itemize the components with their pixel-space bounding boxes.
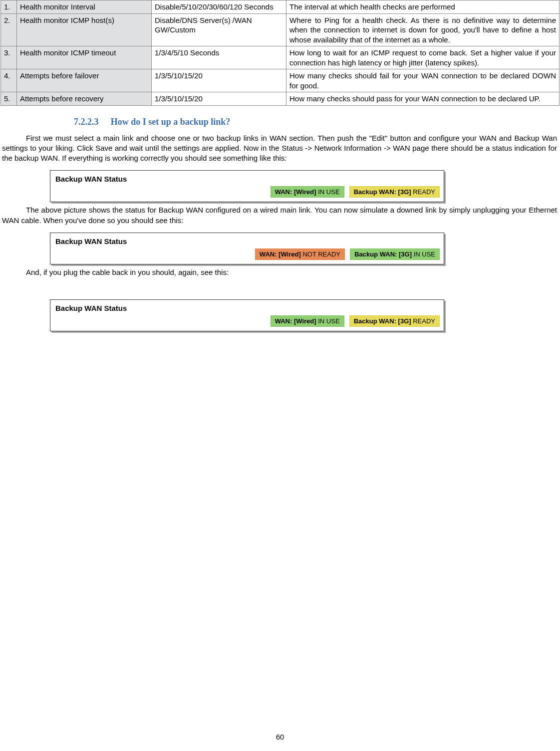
row-name: Health monitor ICMP host(s) [17,13,152,46]
backup-wan-status-panel: Backup WAN Status WAN: [Wired] IN USE Ba… [50,299,444,331]
section-number: 7.2.2.3 [74,117,99,127]
row-num: 4. [1,69,17,92]
row-name: Attempts before recovery [17,92,152,106]
section-title-text: How do I set up a backup link? [111,117,231,127]
row-desc: The interval at which health checks are … [286,0,560,14]
row-opts: 1/3/5/10/15/20 [152,92,286,106]
backup-wan-label: Backup WAN: [3G] [354,250,412,258]
wan-status-badge: WAN: [Wired] NOT READY [255,249,345,260]
row-opts: Disable/5/10/20/30/60/120 Seconds [152,0,286,14]
table-row: 5. Attempts before recovery 1/3/5/10/15/… [1,92,560,106]
wan-status-badge: WAN: [Wired] IN USE [271,186,344,198]
wan-label: WAN: [Wired] [275,317,316,325]
backup-wan-status-panel: Backup WAN Status WAN: [Wired] IN USE Ba… [50,170,444,202]
row-desc: How many checks should pass for your WAN… [286,92,560,106]
wan-state: IN USE [318,188,339,196]
paragraph-intro: First we must select a main link and cho… [0,133,560,164]
row-num: 2. [1,13,17,46]
section-heading: 7.2.2.3 How do I set up a backup link? [0,106,560,133]
row-num: 5. [1,92,17,106]
row-name: Health monitor Interval [17,0,152,14]
status-panel-title: Backup WAN Status [50,300,444,315]
wan-status-badge: WAN: [Wired] IN USE [271,315,344,327]
backup-wan-status-badge: Backup WAN: [3G] IN USE [350,249,440,260]
row-num: 1. [1,0,17,14]
row-name: Attempts before failover [17,69,152,92]
table-row: 2. Health monitor ICMP host(s) Disable/D… [1,13,560,46]
backup-wan-label: Backup WAN: [3G] [354,317,411,325]
backup-wan-state: IN USE [414,250,435,258]
row-opts: Disable/DNS Server(s) /WAN GW/Custom [152,13,286,46]
settings-table: 1. Health monitor Interval Disable/5/10/… [0,0,560,106]
row-desc: How many checks should fail for your WAN… [286,69,560,92]
page-number: 60 [0,733,560,741]
backup-wan-status-badge: Backup WAN: [3G] READY [349,315,440,327]
backup-wan-state: READY [413,188,435,196]
wan-label: WAN: [Wired] [275,188,316,196]
table-row: 4. Attempts before failover 1/3/5/10/15/… [1,69,560,92]
table-row: 1. Health monitor Interval Disable/5/10/… [1,0,560,14]
row-num: 3. [1,46,17,69]
row-desc: Where to Ping for a health check. As the… [286,13,560,46]
row-opts: 1/3/5/10/15/20 [152,69,286,92]
backup-wan-status-badge: Backup WAN: [3G] READY [349,186,440,198]
status-panel-title: Backup WAN Status [50,171,444,186]
wan-state: IN USE [318,317,339,325]
paragraph-after-status2: And, if you plug the cable back in you s… [0,267,560,277]
table-row: 3. Health monitor ICMP timeout 1/3/4/5/1… [1,46,560,69]
backup-wan-label: Backup WAN: [3G] [354,188,411,196]
backup-wan-state: READY [413,317,435,325]
status-panel-title: Backup WAN Status [50,233,444,249]
wan-state: NOT READY [302,250,340,258]
row-opts: 1/3/4/5/10 Seconds [152,46,286,69]
row-desc: How long to wait for an ICMP request to … [286,46,560,69]
paragraph-after-status1: The above picture shows the status for B… [0,205,560,226]
row-name: Health monitor ICMP timeout [17,46,152,69]
wan-label: WAN: [Wired] [260,250,301,258]
backup-wan-status-panel: Backup WAN Status WAN: [Wired] NOT READY… [50,233,444,264]
